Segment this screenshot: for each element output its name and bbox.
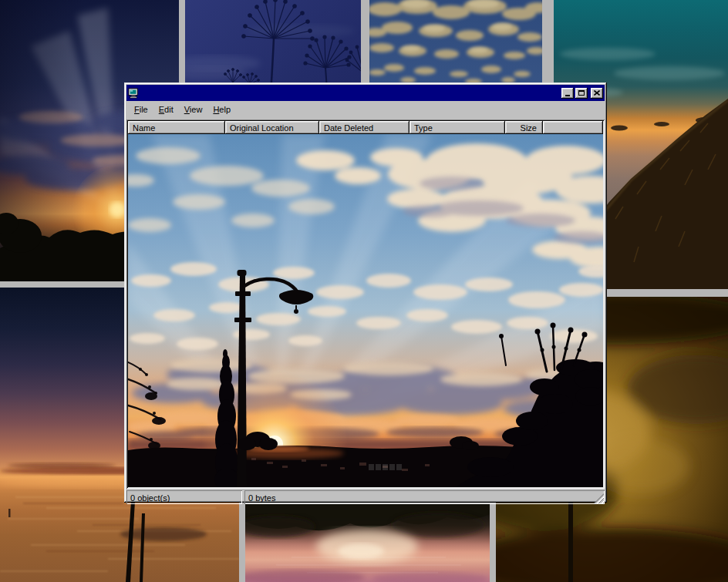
wallpaper-water-reflection-photo: [245, 503, 490, 582]
close-icon: [594, 90, 600, 96]
status-objects: 0 object(s): [126, 490, 242, 504]
menu-bar: File Edit View Help: [126, 101, 605, 119]
minimize-icon: [565, 95, 570, 96]
water-reflection-art: [245, 503, 490, 582]
desktop: { "desktop": { "wallpaper_tiles": [ "sun…: [0, 0, 728, 582]
column-headers: Name Original Location Date Deleted Type…: [128, 121, 603, 134]
column-header-date-deleted[interactable]: Date Deleted: [319, 121, 410, 134]
column-header-type[interactable]: Type: [410, 121, 505, 134]
column-header-name[interactable]: Name: [128, 121, 225, 134]
menu-file[interactable]: File: [129, 103, 153, 116]
menu-view[interactable]: View: [179, 103, 208, 116]
close-button[interactable]: [591, 88, 603, 99]
file-list-view[interactable]: Name Original Location Date Deleted Type…: [126, 119, 605, 489]
maximize-icon: [578, 90, 585, 96]
column-header-filler: [543, 121, 603, 134]
status-bytes: 0 bytes: [244, 490, 605, 504]
maximize-button[interactable]: [575, 88, 588, 99]
status-bar: 0 object(s) 0 bytes: [126, 490, 605, 504]
window-titlebar[interactable]: [126, 85, 605, 101]
photo-watermark: [369, 464, 402, 470]
sunset-lamppost-photo: [128, 134, 603, 487]
menu-help[interactable]: Help: [207, 103, 236, 116]
recycle-bin-window: File Edit View Help Name Original Locati…: [124, 82, 607, 503]
computer-icon[interactable]: [128, 88, 139, 99]
column-header-size[interactable]: Size: [505, 121, 543, 134]
window-controls: [561, 88, 603, 99]
minimize-button[interactable]: [561, 88, 574, 99]
column-header-original-location[interactable]: Original Location: [225, 121, 319, 134]
window-background-photo: [128, 134, 603, 487]
menu-edit[interactable]: Edit: [153, 103, 179, 116]
